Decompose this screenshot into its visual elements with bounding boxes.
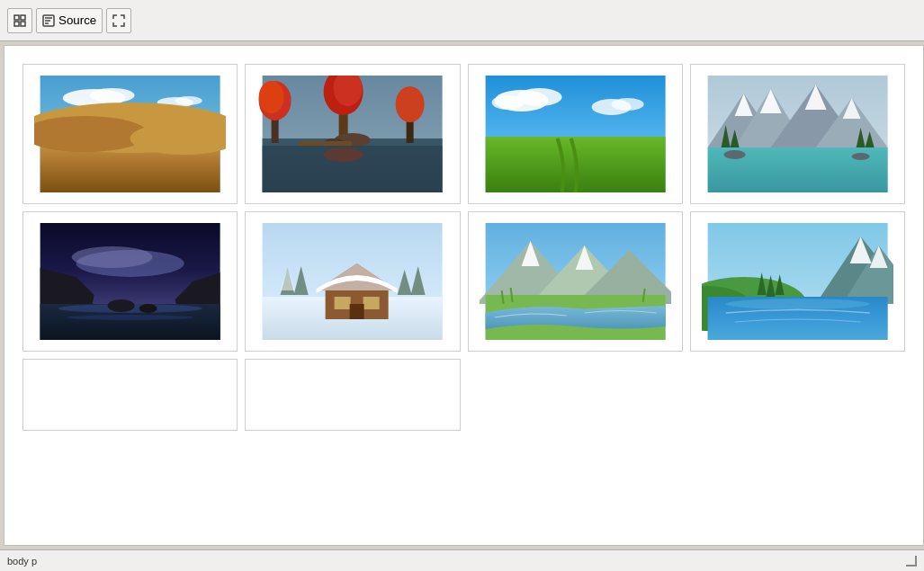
svg-rect-76 bbox=[335, 297, 351, 309]
svg-point-35 bbox=[491, 95, 524, 110]
image-cell-desert[interactable] bbox=[22, 64, 238, 204]
image-cell-blue-lake[interactable] bbox=[690, 211, 905, 352]
image-grass bbox=[480, 76, 671, 192]
svg-point-10 bbox=[90, 88, 135, 103]
grid-icon bbox=[13, 14, 26, 27]
svg-rect-2 bbox=[14, 22, 19, 26]
image-winter bbox=[256, 223, 448, 340]
resize-handle[interactable] bbox=[906, 556, 917, 567]
status-text: body p bbox=[7, 556, 37, 567]
svg-point-26 bbox=[396, 86, 425, 122]
svg-point-21 bbox=[259, 81, 284, 113]
source-label: Source bbox=[58, 13, 96, 27]
svg-point-58 bbox=[72, 246, 153, 268]
svg-rect-77 bbox=[363, 297, 380, 309]
image-mountain-lake bbox=[702, 76, 893, 192]
image-mountain-river bbox=[480, 223, 671, 340]
fullscreen-button[interactable] bbox=[106, 8, 131, 33]
svg-point-64 bbox=[108, 299, 135, 312]
image-cell-coast[interactable] bbox=[22, 211, 238, 352]
image-cell-grass[interactable] bbox=[468, 64, 683, 204]
image-cell-winter[interactable] bbox=[245, 211, 460, 352]
main-area bbox=[0, 41, 924, 549]
source-button[interactable]: Source bbox=[36, 8, 103, 33]
svg-point-100 bbox=[725, 299, 869, 309]
image-grid bbox=[22, 64, 905, 431]
svg-point-54 bbox=[723, 150, 745, 159]
content-area[interactable] bbox=[4, 45, 924, 546]
svg-point-31 bbox=[324, 147, 363, 162]
image-desert bbox=[34, 76, 226, 192]
image-autumn bbox=[256, 76, 448, 192]
grid-view-button[interactable] bbox=[7, 8, 32, 33]
image-cell-mountain-lake[interactable] bbox=[690, 64, 905, 204]
source-icon bbox=[42, 14, 55, 27]
svg-rect-0 bbox=[14, 15, 19, 20]
svg-rect-78 bbox=[350, 304, 364, 319]
svg-point-12 bbox=[175, 96, 202, 105]
image-cell-autumn[interactable] bbox=[245, 64, 460, 204]
image-blue-lake bbox=[702, 223, 893, 340]
svg-rect-3 bbox=[21, 22, 25, 26]
toolbar: Source bbox=[0, 0, 924, 41]
svg-point-65 bbox=[139, 304, 157, 313]
image-coast bbox=[34, 223, 226, 340]
fullscreen-icon bbox=[112, 14, 125, 27]
svg-point-55 bbox=[851, 153, 869, 160]
svg-rect-1 bbox=[21, 15, 25, 20]
svg-point-63 bbox=[67, 315, 193, 320]
image-cell-mountain-river[interactable] bbox=[468, 211, 683, 352]
image-cell-empty1 bbox=[22, 359, 238, 431]
status-bar: body p bbox=[0, 549, 924, 571]
image-cell-empty2 bbox=[245, 359, 460, 431]
svg-point-37 bbox=[611, 98, 643, 111]
